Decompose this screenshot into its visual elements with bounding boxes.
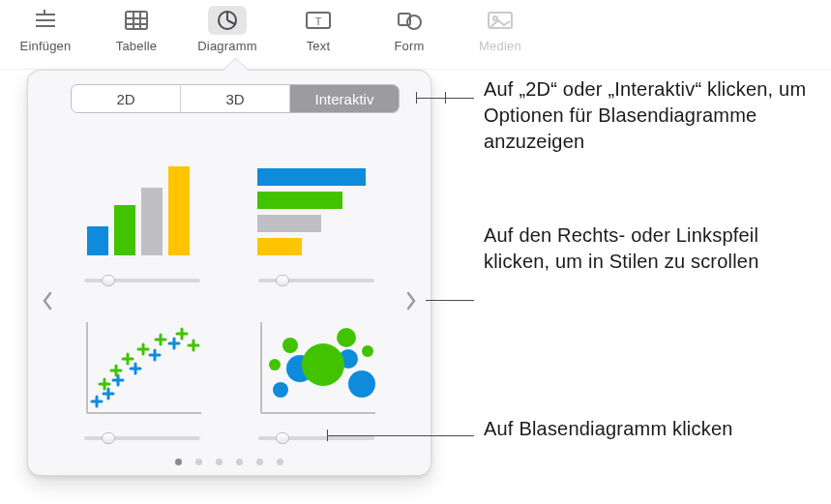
toolbar-label: Medien	[479, 39, 521, 53]
svg-point-36	[269, 359, 281, 371]
toolbar: Einfügen Tabelle Diagramm T Text	[0, 0, 831, 70]
callout-tick	[445, 92, 446, 104]
thumb-bubble-chart[interactable]	[245, 292, 388, 444]
svg-rect-17	[114, 205, 135, 255]
tab-2d[interactable]: 2D	[72, 85, 181, 112]
media-icon	[481, 6, 519, 35]
svg-text:T: T	[315, 15, 322, 27]
callout-tabs: Auf „2D“ oder „Interaktiv“ klicken, um O…	[484, 76, 822, 155]
thumb-scatter-chart[interactable]	[71, 292, 214, 444]
insert-icon	[26, 6, 65, 35]
thumb-hbar-chart[interactable]	[245, 134, 388, 286]
style-slider[interactable]	[258, 432, 374, 444]
chart-pie-icon	[208, 6, 247, 35]
chart-thumbnails	[28, 127, 430, 448]
shape-icon	[390, 6, 429, 35]
dot	[277, 459, 283, 465]
bubble-chart-icon	[253, 316, 379, 421]
svg-point-33	[302, 343, 344, 386]
svg-rect-19	[168, 166, 190, 255]
dot	[195, 459, 202, 465]
svg-point-28	[273, 382, 288, 398]
svg-rect-23	[257, 238, 302, 255]
tab-interaktiv[interactable]: Interaktiv	[290, 85, 399, 112]
hbar-chart-icon	[253, 159, 379, 263]
toolbar-label: Einfügen	[20, 39, 72, 53]
chart-type-tabs: 2D 3D Interaktiv	[71, 84, 400, 113]
toolbar-media[interactable]: Medien	[455, 6, 546, 66]
svg-rect-22	[257, 215, 321, 232]
dot	[175, 459, 182, 465]
dot	[216, 459, 223, 465]
svg-rect-21	[257, 192, 342, 209]
svg-point-31	[348, 371, 375, 398]
toolbar-chart[interactable]: Diagramm	[182, 6, 273, 66]
svg-point-35	[362, 345, 373, 357]
toolbar-table[interactable]: Tabelle	[91, 6, 182, 66]
toolbar-label: Form	[394, 39, 424, 53]
page-dots[interactable]	[28, 459, 430, 465]
text-box-icon: T	[299, 6, 338, 35]
svg-point-34	[337, 328, 356, 347]
toolbar-shape[interactable]: Form	[364, 6, 455, 66]
column-chart-icon	[79, 159, 205, 263]
svg-point-32	[282, 338, 298, 353]
toolbar-text[interactable]: T Text	[273, 6, 364, 66]
svg-rect-20	[257, 168, 366, 186]
chart-popover: 2D 3D Interaktiv	[27, 70, 431, 476]
svg-rect-4	[126, 12, 147, 29]
style-slider[interactable]	[258, 275, 374, 286]
dot	[256, 459, 263, 465]
svg-rect-16	[87, 226, 108, 255]
callout-tick	[416, 92, 417, 104]
callout-tick	[327, 430, 328, 441]
callout-leader	[327, 435, 474, 436]
callout-bubble: Auf Blasendiagramm klicken	[484, 416, 793, 442]
style-slider[interactable]	[84, 432, 200, 444]
table-icon	[117, 6, 156, 35]
callout-leader	[426, 300, 474, 301]
toolbar-label: Diagramm	[197, 39, 257, 53]
toolbar-insert[interactable]: Einfügen	[0, 6, 91, 66]
callout-arrows: Auf den Rechts- oder Linkspfeil klicken,…	[484, 222, 793, 275]
tab-3d[interactable]: 3D	[181, 85, 290, 112]
scatter-chart-icon	[79, 316, 205, 421]
style-slider[interactable]	[84, 275, 200, 286]
toolbar-label: Tabelle	[116, 39, 158, 53]
svg-point-15	[493, 16, 497, 20]
svg-rect-18	[141, 188, 163, 255]
dot	[236, 459, 243, 465]
thumb-column-chart[interactable]	[71, 134, 214, 286]
toolbar-label: Text	[307, 39, 331, 53]
